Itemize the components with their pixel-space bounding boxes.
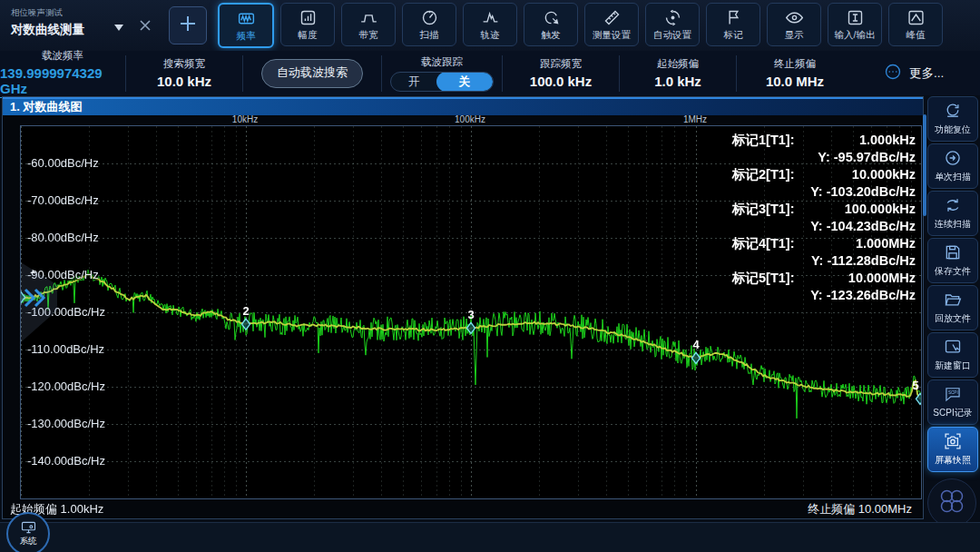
track-span-value[interactable]: 100.0 kHz	[530, 74, 592, 89]
marker-icon	[724, 8, 743, 27]
tab-marker[interactable]: 标记	[706, 3, 760, 46]
tool-label: 轨迹	[481, 29, 500, 42]
chart-title: 1. 对数曲线图	[3, 97, 923, 115]
save-file-icon	[944, 243, 962, 263]
ellipsis-circle-icon	[884, 63, 902, 84]
amplitude-icon	[299, 8, 318, 27]
carrier-frequency-value[interactable]: 139.9999974329 GHz	[0, 65, 125, 98]
stop-offset-readout: 终止频偏 10.00MHz	[808, 501, 912, 518]
log-plot-window: 1. 对数曲线图 10kHz100kHz1MHz -60.00dBc/Hz-70…	[2, 96, 924, 519]
more-button[interactable]: 更多...	[884, 63, 944, 84]
continuous-sweep-button[interactable]: 连续扫描	[927, 191, 978, 236]
tab-bandwidth[interactable]: 带宽	[341, 3, 396, 46]
more-label: 更多...	[909, 65, 944, 82]
trigger-icon	[542, 8, 561, 27]
tab-frequency[interactable]: 频率	[218, 3, 274, 48]
auto-carrier-search-wrap: 自动载波搜索	[243, 55, 382, 92]
single-sweep-icon	[944, 149, 962, 169]
replay-file-icon	[944, 291, 962, 310]
replay-file-button[interactable]: 回放文件	[927, 285, 978, 330]
plus-icon	[178, 14, 198, 37]
parameter-bar: 载波频率 139.9999974329 GHz 搜索频宽 10.0 kHz 自动…	[0, 51, 980, 95]
track-span-field[interactable]: 跟踪频宽 100.0 kHz	[503, 55, 620, 92]
stop-offset-value[interactable]: 10.0 MHz	[766, 74, 824, 89]
side-label: 保存文件	[935, 265, 971, 278]
measurement-tab[interactable]: 相位噪声测试 对数曲线测量	[0, 0, 163, 51]
chevron-down-icon[interactable]	[114, 25, 123, 35]
tab-display[interactable]: 显示	[767, 3, 821, 46]
scpi-record-button[interactable]: SCPI SCPI记录	[927, 380, 978, 425]
phase-noise-plot[interactable]: -60.00dBc/Hz-70.00dBc/Hz-80.00dBc/Hz-90.…	[20, 125, 922, 499]
frequency-icon	[237, 9, 256, 28]
tool-label: 扫描	[420, 29, 439, 42]
start-offset-field[interactable]: 起始频偏 1.0 kHz	[620, 55, 737, 92]
side-label: 连续扫描	[935, 218, 971, 231]
field-label: 跟踪频宽	[540, 57, 582, 71]
field-label: 搜索频宽	[163, 57, 205, 71]
tab-amplitude[interactable]: 幅度	[280, 3, 335, 46]
tool-label: 带宽	[359, 29, 378, 42]
field-label: 起始频偏	[657, 57, 699, 71]
field-label: 终止频偏	[774, 57, 816, 71]
search-span-field[interactable]: 搜索频宽 10.0 kHz	[126, 55, 243, 92]
new-window-icon	[944, 338, 962, 358]
status-bar: 测量中... 2025-07-10 16:33:37	[0, 522, 980, 552]
tool-label: 频率	[237, 30, 256, 43]
toggle-off-option[interactable]: 关	[436, 72, 493, 92]
side-label: 新建窗口	[935, 360, 971, 372]
svg-text:SCPI: SCPI	[948, 390, 958, 395]
new-window-button[interactable]: 新建窗口	[927, 332, 978, 378]
side-label: 单次扫描	[935, 171, 971, 183]
double-chevron-right-icon[interactable]	[22, 287, 49, 312]
carrier-track-toggle[interactable]: 开 关	[390, 72, 494, 92]
tab-trace[interactable]: 轨迹	[463, 3, 517, 46]
tool-label: 峰值	[906, 29, 926, 42]
screenshot-button[interactable]: 屏幕快照	[927, 427, 978, 472]
menu-buttons: 频率 幅度 带宽 扫描 轨迹 触发	[218, 3, 943, 48]
system-button[interactable]: 系统	[6, 512, 50, 552]
scrollbar[interactable]	[923, 114, 926, 216]
brand-logo-button[interactable]	[927, 478, 976, 527]
close-icon[interactable]	[138, 18, 154, 34]
auto-carrier-search-button[interactable]: 自动载波搜索	[261, 59, 363, 88]
app-title: 相位噪声测试	[11, 7, 63, 19]
single-sweep-button[interactable]: 单次扫描	[927, 143, 978, 189]
save-file-button[interactable]: 保存文件	[927, 238, 978, 283]
carrier-track-field: 载波跟踪 开 关	[382, 55, 503, 92]
tool-label: 幅度	[299, 29, 318, 42]
phase-noise-app: 相位噪声测试 对数曲线测量 频率 幅度 带宽	[0, 0, 980, 552]
add-measurement-button[interactable]	[169, 6, 207, 44]
input-output-icon	[846, 8, 865, 27]
function-reset-icon	[944, 102, 962, 122]
trace-icon	[481, 8, 500, 27]
bandwidth-icon	[359, 8, 378, 27]
tool-label: 标记	[724, 29, 743, 42]
x-tick-label: 1MHz	[683, 114, 707, 124]
tab-auto-setup[interactable]: 自动设置	[645, 3, 700, 46]
peak-icon	[906, 8, 926, 27]
auto-setup-icon	[663, 8, 682, 27]
search-span-value[interactable]: 10.0 kHz	[157, 74, 211, 89]
function-reset-button[interactable]: 功能复位	[927, 96, 978, 142]
tab-measure-setup[interactable]: 测量设置	[584, 3, 639, 46]
measure-setup-icon	[603, 8, 622, 27]
side-label: 屏幕快照	[935, 454, 971, 467]
tab-trigger[interactable]: 触发	[524, 3, 578, 46]
carrier-frequency-field[interactable]: 载波频率 139.9999974329 GHz	[0, 55, 126, 92]
tab-input-output[interactable]: 输入/输出	[828, 3, 882, 46]
continuous-sweep-icon	[944, 196, 962, 216]
tab-peak[interactable]: 峰值	[888, 3, 943, 46]
x-tick-label: 10kHz	[232, 114, 258, 124]
tab-sweep[interactable]: 扫描	[402, 3, 456, 46]
sweep-icon	[420, 8, 439, 27]
start-offset-value[interactable]: 1.0 kHz	[654, 74, 701, 89]
x-axis-labels: 10kHz100kHz1MHz	[20, 114, 920, 124]
function-sidebar: 功能复位 单次扫描 连续扫描 保存文件 回放文件 新建窗口 SCPI SCPI记…	[927, 96, 978, 527]
screenshot-icon	[944, 432, 962, 452]
stop-offset-field[interactable]: 终止频偏 10.0 MHz	[737, 55, 853, 92]
plot-canvas	[21, 126, 921, 498]
system-label: 系统	[20, 536, 37, 547]
tool-label: 自动设置	[653, 29, 691, 42]
toggle-on-option[interactable]: 开	[391, 72, 436, 92]
scpi-record-icon: SCPI	[944, 385, 962, 405]
